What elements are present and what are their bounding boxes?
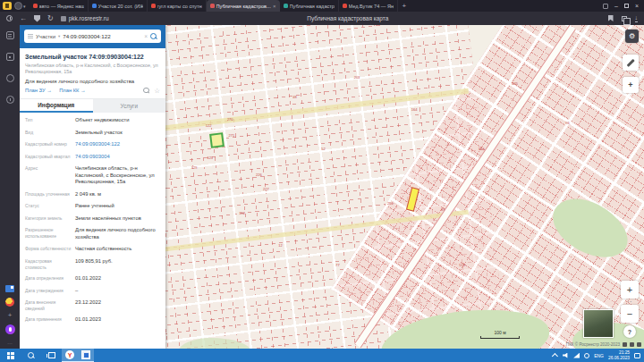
notes-icon[interactable] [6, 53, 14, 61]
browser-toolbar: ← ↻ pkk.rosreestr.ru Публичная кадастров… [0, 12, 644, 25]
protect-shield-icon[interactable] [34, 15, 40, 22]
yandex-browser-taskbar-button[interactable]: Y [62, 349, 78, 362]
tab-strip-right: – × [603, 3, 644, 9]
yandex-services-icon[interactable] [5, 298, 14, 307]
parcel-number-label: 226 [256, 172, 262, 176]
browser-tab[interactable]: Публичная кадастровая ... [280, 0, 339, 12]
tab-services[interactable]: Услуги [93, 99, 166, 113]
zoom-in-button[interactable]: + [621, 281, 639, 299]
add-panel-icon[interactable]: + [8, 312, 13, 319]
measure-tool-button[interactable] [623, 55, 639, 71]
search-bar[interactable]: Участки ▾ 74:09:0903004:122 × [24, 29, 161, 43]
browser-tab[interactable]: Участок 20 сот. (ИЖС) н [89, 0, 148, 12]
info-value[interactable]: 74:09:0903004 [75, 154, 160, 161]
minimap-thumbnail[interactable] [583, 309, 614, 338]
url-text[interactable]: pkk.rosreestr.ru [69, 15, 109, 21]
task-view-button[interactable] [41, 349, 62, 362]
language-indicator[interactable]: ENG [594, 353, 604, 358]
parcel-number-label: 164 [411, 107, 418, 112]
scale-line [480, 336, 520, 339]
scale-bar: 100 м [480, 330, 520, 339]
help-button[interactable]: ? [623, 325, 636, 338]
add-layer-icon[interactable] [630, 342, 634, 347]
recent-icon[interactable] [6, 96, 14, 104]
chevron-down-icon[interactable]: ▾ [58, 34, 60, 38]
downloads-icon[interactable]: ↓ [635, 14, 639, 22]
tab-favicon [343, 4, 347, 8]
back-button[interactable]: ← [20, 15, 27, 22]
bookmarks-icon[interactable] [5, 285, 14, 292]
tab-close-icon[interactable]: × [273, 4, 276, 9]
tab-favicon [284, 4, 288, 8]
browser-tab[interactable]: Мед.Бутик 74 — Яндекс ... [339, 0, 398, 12]
tabs-panel-icon[interactable] [622, 16, 627, 21]
plan-kk-link[interactable]: План КК → [59, 88, 86, 93]
search-category-select[interactable]: Участки [36, 34, 55, 39]
browser-tab[interactable]: гугл карты со спутника с [148, 0, 207, 12]
taskbar-clock[interactable]: 21:25 26.06.2023 [608, 350, 630, 361]
info-label: Вид [25, 130, 75, 136]
start-button[interactable] [0, 349, 21, 362]
info-row: Форма собственностиЧастная собственность [20, 243, 165, 256]
info-rows: ТипОбъект недвижимостиВидЗемельный участ… [20, 113, 165, 349]
alice-assistant-icon[interactable] [5, 324, 15, 334]
network-icon[interactable] [573, 353, 580, 358]
search-input[interactable]: 74:09:0903004:122 [63, 33, 141, 39]
pinned-app-icon [81, 350, 90, 359]
attribution-text: ПКК © Росреестр 2020-2023 [566, 342, 620, 347]
browser-tab[interactable]: Публичная кадастров...× [207, 0, 280, 12]
home-icon[interactable] [623, 342, 627, 347]
onedrive-icon[interactable] [584, 353, 589, 358]
hidden-icons-chevron[interactable] [552, 353, 558, 359]
new-tab-button[interactable]: + [402, 3, 407, 10]
profile-avatar[interactable] [14, 2, 22, 10]
taskbar-search-button[interactable] [21, 349, 41, 362]
panel-toggle-icon[interactable] [603, 4, 608, 9]
search-area: Участки ▾ 74:09:0903004:122 × [20, 25, 165, 48]
search-icon[interactable] [150, 33, 157, 40]
bookmark-flag-icon[interactable] [608, 15, 614, 21]
parcel-number-label: 227 [263, 186, 269, 190]
notifications-icon[interactable] [634, 353, 640, 358]
reload-button[interactable]: ↻ [47, 15, 54, 22]
info-row: Разрешенное использованиеДля ведения лич… [20, 224, 165, 243]
toolbar-right-icons: ↓ [608, 14, 639, 22]
profile-chevron-icon[interactable]: ▾ [23, 4, 26, 9]
map-settings-button[interactable]: ⚙ [625, 29, 639, 43]
messenger-icon[interactable] [6, 74, 14, 82]
info-row: Дата утверждения– [20, 285, 165, 298]
window-minimize-button[interactable]: – [614, 3, 618, 9]
info-value: Объект недвижимости [75, 117, 160, 124]
search-clear-icon[interactable]: × [144, 33, 148, 39]
browser-logo-icon[interactable] [3, 2, 12, 10]
panels-icon[interactable] [6, 31, 14, 39]
browser-tab[interactable]: авто — Яндекс нашло [30, 0, 89, 12]
info-value: – [75, 288, 160, 295]
more-icon[interactable]: … [7, 340, 13, 345]
plan-zu-link[interactable]: План ЗУ → [25, 88, 52, 93]
clock-date: 26.06.2023 [608, 356, 630, 361]
extent-tool-button[interactable]: + [623, 77, 639, 93]
search-menu-icon[interactable] [28, 34, 33, 38]
parcel-number-label: 96 [565, 120, 569, 124]
pkk-side-panel: Участки ▾ 74:09:0903004:122 × Земельный … [20, 25, 165, 349]
map-viewport[interactable]: 1221232702712262273293924852203164873104… [165, 25, 644, 349]
volume-icon[interactable] [563, 353, 569, 358]
tab-information[interactable]: Информация [20, 99, 93, 113]
parcel-usage: Для ведения личного подсобного хозяйства [25, 79, 160, 84]
address-bar[interactable]: pkk.rosreestr.ru [61, 15, 109, 21]
window-close-button[interactable]: × [635, 3, 639, 9]
zoom-out-button[interactable]: − [621, 305, 639, 323]
window-maximize-button[interactable] [624, 4, 629, 8]
favorite-star-icon[interactable]: ☆ [154, 88, 160, 95]
plan-links: План ЗУ → План КК → ☆ [25, 88, 160, 95]
pinned-app-taskbar-button[interactable] [78, 349, 94, 362]
tab-label: Участок 20 сот. (ИЖС) н [98, 4, 143, 9]
history-icon[interactable] [6, 15, 13, 21]
zoom-to-parcel-icon[interactable] [143, 88, 149, 94]
info-value: Частная собственность [75, 246, 160, 253]
info-row: ТипОбъект недвижимости [20, 114, 165, 127]
parcel-number-label: 203 [354, 74, 360, 79]
info-value[interactable]: 74:09:0903004:122 [75, 141, 160, 148]
basemap-icon[interactable] [637, 342, 641, 347]
